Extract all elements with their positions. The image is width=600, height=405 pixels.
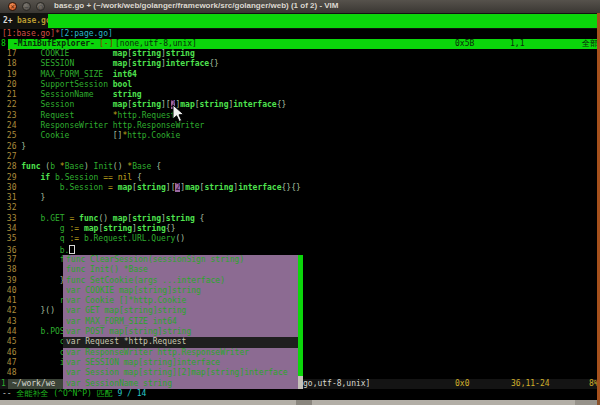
minibufexplorer-statusline: 8 -MiniBufExplorer- [-] [none,utf-8,unix…: [0, 39, 600, 49]
buffer-list: [1:base.go]*[2:page.go]: [2, 29, 113, 39]
completion-item[interactable]: func Init() *Base: [63, 265, 303, 275]
match-label: 匹配: [97, 389, 113, 398]
code-line[interactable]: 21 SessionName string: [2, 90, 598, 100]
mbe-cursor-position: 1,1: [510, 39, 524, 49]
tab-label[interactable]: base.go: [17, 16, 51, 25]
file-path: ~/work/we: [12, 379, 55, 389]
mode-dashes: --: [2, 389, 12, 398]
buffer-item-base-go[interactable]: [1:base.go]*: [2, 29, 60, 38]
mbe-buffer-name: -MiniBufExplorer-: [13, 39, 95, 49]
line-number: 27: [2, 152, 21, 161]
completion-popup: func ClearSession(sessionSign string)fun…: [63, 255, 303, 389]
code-line[interactable]: 26 }: [2, 142, 598, 152]
line-number: 38: [2, 265, 21, 274]
completion-item[interactable]: var ResponseWriter http.ResponseWriter: [63, 348, 303, 358]
code-line[interactable]: 19 MAX_FORM_SIZE int64: [2, 70, 598, 80]
close-icon[interactable]: ✕: [8, 2, 17, 11]
code-line[interactable]: 35 q := b.Request.URL.Query(): [2, 234, 598, 244]
hex-value: 0x0: [455, 379, 469, 389]
line-number: 35: [2, 234, 21, 243]
code-line[interactable]: 22 Session map[string][2]map[string]inte…: [2, 100, 598, 110]
statusline-bar: [8, 39, 597, 49]
code-line[interactable]: 20 SupportSession bool: [2, 80, 598, 90]
code-line[interactable]: 29 if b.Session == nil {: [2, 173, 598, 183]
code-line[interactable]: 34 g := map[string]string{}: [2, 224, 598, 234]
completion-item[interactable]: func ClearSession(sessionSign string): [63, 255, 303, 265]
code-line[interactable]: 23 Request *http.Request: [2, 111, 598, 121]
line-number: 29: [2, 173, 21, 182]
line-number: 37: [2, 255, 21, 264]
line-number: 47: [2, 358, 21, 367]
line-number: 17: [2, 49, 21, 58]
line-number: 41: [2, 296, 21, 305]
code-line[interactable]: 17 COOKIE map[string]string: [2, 49, 598, 59]
completion-item[interactable]: func SetCookie(args ...interface): [63, 276, 303, 286]
file-format: go,utf-8,unix]: [303, 379, 370, 389]
window-title: base.go + (~/work/web/golanger/framework…: [54, 1, 339, 10]
line-number: 39: [2, 276, 21, 285]
maximize-icon[interactable]: ▢: [36, 2, 45, 11]
code-line[interactable]: 32: [2, 203, 598, 213]
line-number: 24: [2, 121, 21, 130]
completion-item[interactable]: var SessionName string: [63, 379, 303, 389]
line-number: 45: [2, 337, 21, 346]
line-number: 30: [2, 183, 21, 192]
code-line[interactable]: 30 b.Session = map[string][2]map[string]…: [2, 183, 598, 193]
line-number: 25: [2, 131, 21, 140]
code-line[interactable]: 25 Cookie []*http.Cookie: [2, 131, 598, 141]
horizontal-scrollbar[interactable]: [0, 400, 600, 405]
mbe-buffer-number: 8: [1, 39, 6, 49]
buffer-item-page-go[interactable]: [2:page.go]: [60, 29, 113, 38]
line-number: 26: [2, 142, 21, 151]
minimize-icon[interactable]: –: [22, 2, 31, 11]
completion-item[interactable]: var SESSION map[string]interface: [63, 358, 303, 368]
completion-item[interactable]: var MAX_FORM_SIZE int64: [63, 317, 303, 327]
line-number: 34: [2, 224, 21, 233]
mbe-file-format: [none,utf-8,unix]: [115, 39, 197, 49]
completion-item[interactable]: var COOKIE map[string]string: [63, 286, 303, 296]
line-number: 46: [2, 348, 21, 357]
line-number: 21: [2, 90, 21, 99]
code-line[interactable]: 27: [2, 152, 598, 162]
popup-scrollbar[interactable]: [298, 255, 303, 389]
completion-item[interactable]: var GET map[string]string: [63, 306, 303, 316]
buffer-number: 1: [1, 379, 6, 389]
completion-item-selected[interactable]: var Request *http.Request: [63, 337, 303, 347]
completion-item[interactable]: var Session map[string][2]map[string]int…: [63, 368, 303, 378]
command-line: -- 全能补全 (^O^N^P) 匹配 9 / 14: [2, 389, 146, 400]
line-number: 42: [2, 306, 21, 315]
tabline: 2+ base.go: [0, 13, 600, 29]
completion-mode-label: 全能补全 (^O^N^P): [16, 389, 91, 398]
code-line[interactable]: 31 }: [2, 193, 598, 203]
code-line[interactable]: 18 SESSION map[string]interface{}: [2, 59, 598, 69]
line-number: 18: [2, 59, 21, 68]
line-number: 36: [2, 246, 21, 255]
mbe-flags: [-]: [99, 39, 113, 49]
scrollbar-segment[interactable]: [575, 400, 597, 405]
tabline-fill: [48, 14, 597, 28]
mbe-scroll-position: 全部: [582, 39, 598, 49]
match-count: 9 / 14: [117, 389, 146, 398]
scrollbar-segment[interactable]: [296, 400, 312, 405]
vim-window: ✕ – ▢ base.go + (~/work/web/golanger/fra…: [0, 0, 600, 405]
line-number: 33: [2, 214, 21, 223]
completion-item[interactable]: var POST map[string]string: [63, 327, 303, 337]
code-line[interactable]: 33 b.GET = func() map[string]string {: [2, 214, 598, 224]
line-number: 43: [2, 317, 21, 326]
line-number: 40: [2, 286, 21, 295]
cursor-position: 36,11-24: [511, 379, 550, 389]
line-number: 48: [2, 368, 21, 377]
mbe-hex-value: 0x5B: [455, 39, 474, 49]
mouse-pointer-icon: [172, 104, 186, 124]
line-number: 31: [2, 193, 21, 202]
line-number: 19: [2, 70, 21, 79]
line-number: 44: [2, 327, 21, 336]
completion-item[interactable]: var Cookie []*http.Cookie: [63, 296, 303, 306]
code-line[interactable]: 36 b.: [2, 245, 598, 255]
popup-scrollbar-thumb[interactable]: [298, 255, 303, 376]
line-number: 22: [2, 100, 21, 109]
code-line[interactable]: 24 ResponseWriter http.ResponseWriter: [2, 121, 598, 131]
line-number: 23: [2, 111, 21, 120]
text-cursor: [69, 245, 75, 254]
code-line[interactable]: 28 func (b *Base) Init() *Base {: [2, 162, 598, 172]
